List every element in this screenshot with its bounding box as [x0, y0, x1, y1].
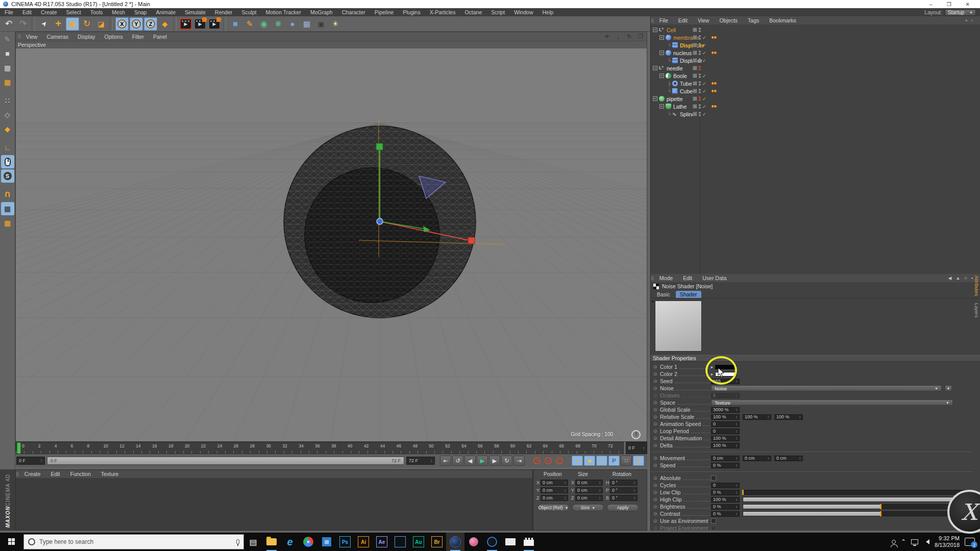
visibility-dots-icon[interactable] [699, 112, 701, 116]
close-button[interactable]: ✕ [966, 2, 970, 7]
menu-character[interactable]: Character [337, 9, 370, 15]
taskbar-recorder-app[interactable] [483, 533, 501, 551]
menu-create[interactable]: Create [36, 9, 62, 15]
viewport-camera-label[interactable]: Perspective [16, 41, 647, 48]
spinner-icon[interactable]: ↕ [799, 415, 801, 419]
layer-square-icon[interactable] [693, 58, 697, 63]
tree-item-tube[interactable]: ├Tube✓ [651, 80, 980, 87]
coord-field-rotation-p[interactable]: 0 °↕ [610, 487, 638, 493]
current-frame-field[interactable]: 0 F↕ [16, 457, 45, 465]
layer-square-icon[interactable] [693, 66, 697, 70]
play-backwards-button[interactable]: ↺ [452, 456, 463, 466]
frame-range-slider[interactable]: 0 F 72 F [47, 457, 404, 465]
visibility-dots-icon[interactable] [699, 28, 701, 32]
goto-start-button[interactable]: ⇤ [440, 456, 451, 466]
enabled-check-icon[interactable]: ✓ [702, 81, 707, 86]
number-field[interactable]: 100 %↕ [743, 414, 771, 420]
tree-item-needle[interactable]: −Lºneedle [651, 64, 980, 72]
timeline-ruler[interactable]: 0246810121416182022242628303234363840424… [15, 442, 624, 454]
toolbar-render-view-button[interactable]: ▶ [179, 17, 192, 31]
number-field[interactable]: 0 %↕ [711, 511, 740, 517]
timeline-playhead[interactable] [17, 442, 21, 454]
menu-x-particles[interactable]: X-Particles [425, 9, 460, 15]
tree-item-lathe[interactable]: −Lathe✓ [651, 103, 980, 110]
number-field[interactable]: 0 cm↕ [711, 456, 740, 461]
toolbar-render-settings-button[interactable]: ▶ [208, 17, 221, 31]
am-toolbar-icon-3[interactable]: ▪ [971, 276, 973, 281]
spinner-icon[interactable]: ↕ [736, 497, 738, 502]
menu-motion-tracker[interactable]: Motion Tracker [261, 9, 305, 15]
spinner-icon[interactable]: ↕ [736, 505, 738, 509]
keyframe-circle-icon[interactable]: ⊙ [653, 386, 660, 391]
toolbar-render-to-picture-viewer-button[interactable]: ▶ [193, 17, 207, 31]
keyframe-circle-icon[interactable]: ⊙ [653, 525, 660, 531]
attribute-manager-menu-user-data[interactable]: User Data [697, 275, 731, 281]
left-tool-points-mode-button[interactable]: ∷ [1, 94, 14, 107]
taskbar-edge-browser[interactable]: e [281, 533, 299, 551]
toolbar-floor-array-button[interactable]: ▦ [300, 17, 313, 31]
spinner-icon[interactable]: ↕ [767, 415, 769, 419]
spinner-icon[interactable]: ↕ [736, 393, 738, 398]
noise-preview-swatch[interactable] [655, 300, 702, 352]
spinner-icon[interactable]: ↕ [736, 490, 738, 495]
texture-tag-icons[interactable] [712, 89, 717, 93]
menu-edit[interactable]: Edit [18, 9, 36, 15]
spinner-icon[interactable]: ↕ [736, 436, 738, 441]
number-field[interactable]: 0↕ [711, 421, 740, 427]
tree-item-displacer[interactable]: └Displacer✓ [651, 41, 980, 49]
clock[interactable]: 9:32 PM 8/13/2018 [935, 535, 960, 548]
number-field[interactable]: 100 %↕ [711, 497, 740, 503]
spinner-icon[interactable]: ↕ [736, 483, 738, 488]
visibility-dots-icon[interactable] [699, 81, 701, 86]
object-manager-menu-bookmarks[interactable]: Bookmarks [764, 17, 801, 23]
speaker-icon[interactable] [923, 539, 929, 544]
keyframe-circle-icon[interactable]: ⊙ [653, 429, 660, 434]
taskbar-after-effects[interactable]: Ae [373, 533, 391, 551]
keyframe-circle-icon[interactable]: ⊙ [653, 421, 660, 427]
slider-handle[interactable] [742, 490, 744, 495]
slider-track-high-clip[interactable] [743, 497, 966, 502]
taskbar-bridge[interactable]: Br [428, 533, 446, 551]
layout-dropdown[interactable]: Startup▼ [945, 9, 976, 16]
enabled-check-icon[interactable]: ✓ [702, 35, 707, 40]
keyframe-circle-icon[interactable]: ⊙ [653, 393, 660, 398]
coord-field-size-y[interactable]: 0 cm↕ [575, 487, 603, 493]
checkbox-use-as-environment[interactable] [711, 518, 716, 523]
menu-tools[interactable]: Tools [86, 9, 108, 15]
spinner-icon[interactable]: ↕ [736, 512, 738, 516]
tree-item-boole[interactable]: −Boole✓ [651, 72, 980, 80]
menu-snap[interactable]: Snap [130, 9, 152, 15]
shader-properties-header[interactable]: Shader Properties [651, 355, 980, 362]
layer-square-icon[interactable] [693, 28, 697, 32]
texture-tag-icons[interactable] [712, 82, 717, 85]
layer-square-icon[interactable] [693, 73, 697, 78]
keyframe-circle-icon[interactable]: ⊙ [653, 504, 660, 509]
layer-square-icon[interactable] [693, 81, 697, 86]
visibility-dots-icon[interactable] [699, 51, 701, 55]
left-tool-object-axis-mode-button[interactable]: ∟ [1, 141, 14, 154]
dropdown-noise[interactable]: Noise▼ [711, 385, 942, 391]
enabled-check-icon[interactable]: ✓ [702, 104, 707, 109]
coord-field-position-z[interactable]: 0 cm↕ [541, 495, 568, 501]
material-menu-create[interactable]: Create [19, 471, 46, 477]
menu-help[interactable]: Help [537, 9, 558, 15]
material-menu-texture[interactable]: Texture [96, 471, 124, 477]
toolbar-light-button[interactable]: ☀ [329, 17, 342, 31]
record-rotation-toggle[interactable]: ○ [596, 456, 607, 466]
number-field[interactable]: 0 cm↕ [743, 456, 771, 461]
spinner-icon[interactable]: ↕ [799, 456, 801, 461]
enabled-check-icon[interactable]: ✓ [702, 96, 707, 102]
expander-icon[interactable]: − [659, 73, 664, 78]
enabled-check-icon[interactable]: ✓ [702, 51, 707, 56]
current-frame-box[interactable]: 0 F↕ [626, 442, 647, 454]
object-manager-menu-edit[interactable]: Edit [673, 17, 693, 23]
viewport-menu-cameras[interactable]: Cameras [42, 34, 73, 40]
tree-item-cell[interactable]: −LºCell [651, 26, 980, 34]
spinner-icon[interactable]: ↕ [736, 456, 738, 461]
visibility-dots-icon[interactable] [699, 66, 701, 70]
toolbar-metaball-button[interactable]: ● [286, 17, 299, 31]
record-keyframe-button[interactable]: ✎ [532, 456, 542, 466]
maximize-button[interactable]: ❐ [947, 2, 951, 7]
menu-simulate[interactable]: Simulate [180, 9, 210, 15]
tab-shader[interactable]: Shader [676, 291, 701, 298]
